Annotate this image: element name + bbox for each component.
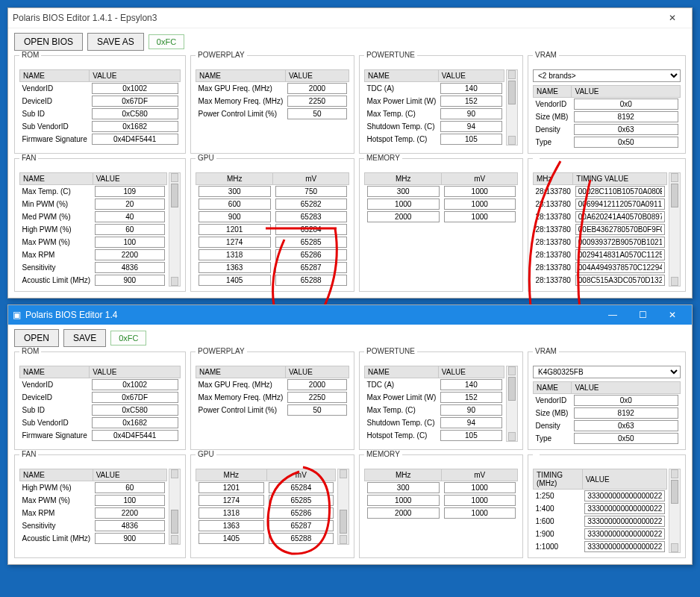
value-input[interactable] — [584, 516, 664, 527]
value-input[interactable] — [92, 404, 178, 416]
value-input[interactable] — [440, 404, 501, 416]
mhz-input[interactable] — [199, 482, 265, 493]
value-input[interactable] — [287, 404, 346, 416]
value-input[interactable] — [440, 121, 501, 132]
value-input[interactable] — [95, 520, 164, 531]
value-input[interactable] — [574, 111, 678, 122]
mhz-input[interactable] — [199, 275, 271, 286]
value-input[interactable] — [574, 137, 678, 148]
mhz-input[interactable] — [199, 262, 271, 273]
value-input[interactable] — [575, 199, 665, 210]
mv-input[interactable] — [275, 262, 347, 273]
mv-input[interactable] — [444, 211, 516, 222]
value-input[interactable] — [92, 392, 178, 403]
scrollbar[interactable] — [337, 469, 349, 545]
mhz-input[interactable] — [199, 507, 265, 519]
mv-input[interactable] — [275, 211, 347, 222]
value-input[interactable] — [95, 482, 164, 493]
value-input[interactable] — [440, 417, 501, 428]
mhz-input[interactable] — [367, 199, 440, 210]
value-input[interactable] — [575, 186, 665, 197]
value-input[interactable] — [584, 503, 664, 514]
value-input[interactable] — [95, 224, 164, 235]
vram-brand-select[interactable]: K4G80325FB — [533, 366, 681, 378]
value-input[interactable] — [92, 430, 178, 441]
mv-input[interactable] — [275, 186, 347, 197]
mv-input[interactable] — [444, 507, 516, 519]
value-input[interactable] — [440, 379, 501, 390]
close-icon[interactable]: ✕ — [657, 305, 687, 325]
value-input[interactable] — [95, 249, 164, 260]
maximize-icon[interactable]: ☐ — [628, 305, 657, 325]
close-icon[interactable]: ✕ — [657, 8, 687, 28]
value-input[interactable] — [575, 237, 665, 248]
value-input[interactable] — [95, 262, 164, 273]
value-input[interactable] — [95, 211, 164, 222]
value-input[interactable] — [287, 83, 346, 94]
mv-input[interactable] — [269, 507, 333, 519]
mv-input[interactable] — [269, 520, 333, 531]
mv-input[interactable] — [444, 482, 516, 493]
value-input[interactable] — [287, 96, 346, 107]
mhz-input[interactable] — [199, 186, 271, 197]
mhz-input[interactable] — [199, 533, 265, 544]
value-input[interactable] — [575, 275, 665, 286]
scrollbar[interactable] — [169, 172, 181, 287]
mv-input[interactable] — [269, 482, 333, 493]
mhz-input[interactable] — [367, 507, 440, 519]
title-bar[interactable]: Polaris BIOS Editor 1.4.1 - Epsylon3 ✕ — [8, 8, 692, 28]
mhz-input[interactable] — [199, 211, 271, 222]
value-input[interactable] — [575, 211, 665, 222]
mhz-input[interactable] — [199, 520, 265, 531]
mhz-input[interactable] — [199, 199, 271, 210]
value-input[interactable] — [95, 533, 164, 544]
value-input[interactable] — [574, 124, 678, 135]
value-input[interactable] — [575, 249, 665, 260]
mv-input[interactable] — [444, 495, 516, 506]
value-input[interactable] — [92, 134, 178, 145]
scrollbar[interactable] — [169, 469, 181, 545]
value-input[interactable] — [575, 224, 665, 235]
value-input[interactable] — [440, 392, 501, 403]
value-input[interactable] — [92, 83, 178, 94]
minimize-icon[interactable]: — — [598, 305, 628, 325]
value-input[interactable] — [287, 108, 346, 119]
value-input[interactable] — [574, 420, 678, 431]
mv-input[interactable] — [275, 199, 347, 210]
mhz-input[interactable] — [199, 249, 271, 260]
vram-brand-select[interactable]: <2 brands> — [533, 69, 681, 82]
open-button[interactable]: OPEN — [14, 329, 59, 347]
scrollbar[interactable] — [669, 172, 681, 287]
value-input[interactable] — [92, 108, 178, 119]
mv-input[interactable] — [275, 237, 347, 248]
value-input[interactable] — [92, 121, 178, 132]
value-input[interactable] — [95, 199, 164, 210]
save-button[interactable]: SAVE — [63, 329, 106, 347]
mhz-input[interactable] — [199, 495, 265, 506]
scrollbar[interactable] — [506, 69, 518, 146]
mv-input[interactable] — [275, 275, 347, 286]
value-input[interactable] — [440, 108, 501, 119]
value-input[interactable] — [574, 395, 678, 406]
value-input[interactable] — [92, 417, 178, 428]
value-input[interactable] — [95, 186, 164, 197]
title-bar[interactable]: ▣ Polaris BIOS Editor 1.4 — ☐ ✕ — [8, 305, 692, 325]
mhz-input[interactable] — [367, 482, 440, 493]
mhz-input[interactable] — [367, 186, 440, 197]
mhz-input[interactable] — [367, 211, 440, 222]
value-input[interactable] — [574, 407, 678, 419]
value-input[interactable] — [584, 541, 664, 552]
value-input[interactable] — [440, 96, 501, 107]
value-input[interactable] — [574, 433, 678, 444]
value-input[interactable] — [95, 495, 164, 506]
mv-input[interactable] — [269, 533, 333, 544]
value-input[interactable] — [440, 83, 501, 94]
mhz-input[interactable] — [367, 495, 440, 506]
save-as-button[interactable]: SAVE AS — [87, 33, 144, 51]
value-input[interactable] — [440, 134, 501, 145]
value-input[interactable] — [287, 392, 346, 403]
mv-input[interactable] — [275, 224, 347, 235]
value-input[interactable] — [440, 430, 501, 441]
value-input[interactable] — [584, 490, 664, 501]
value-input[interactable] — [92, 96, 178, 107]
